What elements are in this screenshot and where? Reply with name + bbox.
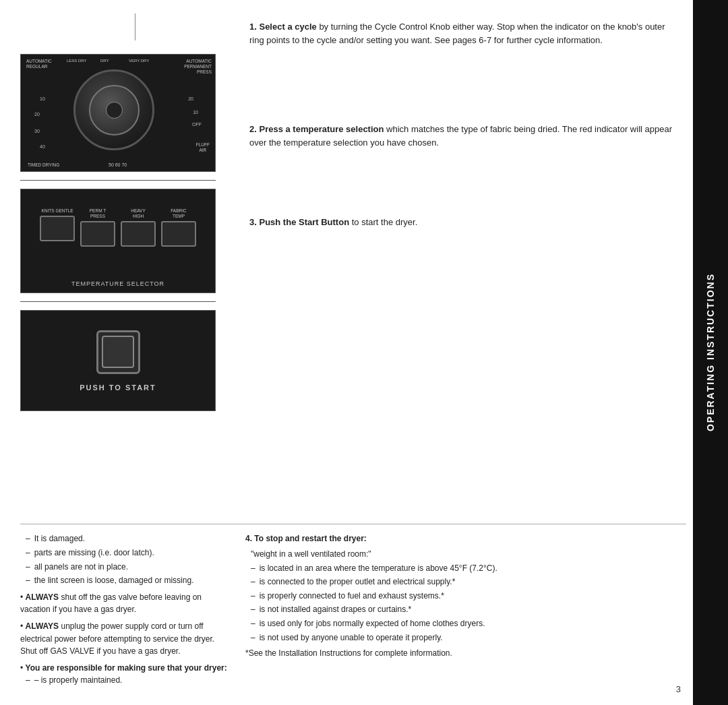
step-4-bold: 4. To stop and restart the dryer: bbox=[245, 534, 367, 543]
sidebar-text: OPERATING INSTRUCTIONS bbox=[705, 273, 716, 431]
knob-num-10-left: 10 bbox=[40, 96, 45, 101]
step4-text-0: "weight in a well ventilated room:" bbox=[251, 548, 371, 561]
dash-icon-2: – bbox=[26, 547, 30, 559]
knob-num-20-left: 20 bbox=[34, 112, 40, 117]
always-bold-2: ALWAYS bbox=[26, 621, 59, 631]
dash-icon-4: – bbox=[26, 574, 30, 587]
bullet-always-2: • ALWAYS unplug the power supply cord or… bbox=[20, 620, 229, 658]
step4-text-2: is connected to the proper outlet and el… bbox=[260, 576, 456, 588]
knob-label-very-dry: VERY DRY bbox=[129, 59, 149, 63]
dash-icon-1: – bbox=[26, 532, 30, 545]
step-2-body: 2. Press a temperature selection which m… bbox=[249, 123, 679, 150]
temp-selector-diagram: KNITS GENTLE PERM TPRESS HEAVYHIGH FABRI… bbox=[20, 189, 216, 293]
heavy-button bbox=[121, 221, 156, 247]
dash-maintained: – – is properly maintained. bbox=[20, 674, 229, 687]
dash-panels: – all panels are not in place. bbox=[20, 561, 229, 574]
step-2-number: 2. Press a temperature selection bbox=[249, 124, 384, 134]
step-3: 3. Push the Start Button to start the dr… bbox=[249, 216, 679, 229]
knob-outer bbox=[73, 69, 154, 150]
knob-label-timed: TIMED DRYING bbox=[28, 162, 59, 167]
bottom-left: – It is damaged. – parts are missing (i.… bbox=[20, 532, 229, 688]
dash-step4-5: – bbox=[251, 617, 255, 630]
dash-step4-6: – bbox=[251, 632, 255, 644]
perm-label: PERM TPRESS bbox=[90, 208, 106, 219]
temp-button-knits: KNITS GENTLE bbox=[40, 208, 75, 247]
knits-label: KNITS GENTLE bbox=[42, 208, 73, 214]
bottom-section: – It is damaged. – parts are missing (i.… bbox=[20, 524, 686, 688]
knob-num-off: OFF bbox=[192, 122, 202, 127]
step4-item-5: – is used only for jobs normally expecte… bbox=[245, 617, 686, 630]
knob-num-40: 40 bbox=[40, 144, 45, 149]
sidebar: OPERATING INSTRUCTIONS bbox=[693, 0, 728, 705]
temp-selector-label: TEMPERATURE SELECTOR bbox=[71, 280, 164, 287]
step-4-title: 4. To stop and restart the dryer: bbox=[245, 532, 686, 545]
push-to-start-diagram: PUSH TO START bbox=[20, 310, 216, 411]
dash-damaged: – It is damaged. bbox=[20, 532, 229, 545]
dash-panels-text: all panels are not in place. bbox=[34, 561, 128, 574]
step-1: 1. Select a cycle by turning the Cycle C… bbox=[249, 20, 679, 47]
perm-button bbox=[80, 221, 115, 247]
dash-parts-text: parts are missing (i.e. door latch). bbox=[34, 547, 154, 559]
step4-item-3: – is properly connected to fuel and exha… bbox=[245, 590, 686, 603]
step-3-title-rest: to start the dryer. bbox=[352, 217, 418, 227]
decorative-line bbox=[135, 13, 135, 40]
temp-buttons-row: KNITS GENTLE PERM TPRESS HEAVYHIGH FABRI… bbox=[40, 208, 196, 247]
knob-diagram: AUTOMATICREGULAR LESS DRY DRY VERY DRY A… bbox=[20, 54, 216, 172]
knob-num-10-right: 10 bbox=[193, 110, 198, 115]
step4-item-6: – is not used by anyone unable to operat… bbox=[245, 632, 686, 644]
knob-label-permanent: AUTOMATICPERMANENTPRESS bbox=[184, 59, 212, 74]
knob-num-20-right: 20 bbox=[188, 96, 193, 101]
knob-label-regular: AUTOMATICREGULAR bbox=[26, 59, 52, 69]
dash-icon-maintained: – bbox=[26, 674, 30, 687]
step4-item-1: – is located in an area where the temper… bbox=[245, 562, 686, 575]
dash-lint: – the lint screen is loose, damaged or m… bbox=[20, 574, 229, 587]
bullet-always-1: • ALWAYS shut off the gas valve before l… bbox=[20, 591, 229, 616]
dash-parts: – parts are missing (i.e. door latch). bbox=[20, 547, 229, 559]
knits-button bbox=[40, 216, 75, 241]
heavy-label: HEAVYHIGH bbox=[131, 208, 146, 219]
step4-text-3: is properly connected to fuel and exhaus… bbox=[260, 590, 444, 603]
step-2-title-bold: Press a temperature selection bbox=[259, 124, 384, 134]
step4-text-6: is not used by anyone unable to operate … bbox=[260, 632, 443, 644]
start-button-outer bbox=[96, 330, 140, 374]
start-button-inner bbox=[102, 336, 134, 368]
step4-item-4: – is not installed against drapes or cur… bbox=[245, 603, 686, 616]
divider-1 bbox=[20, 180, 216, 181]
divider-2 bbox=[20, 301, 216, 302]
step-3-body: 3. Push the Start Button to start the dr… bbox=[249, 216, 679, 229]
push-to-start-label: PUSH TO START bbox=[80, 384, 156, 392]
step4-footnote-text: *See the Installation Instructions for c… bbox=[245, 648, 452, 658]
step4-item-2: – is connected to the proper outlet and … bbox=[245, 576, 686, 588]
step4-text-4: is not installed against drapes or curta… bbox=[260, 603, 411, 616]
step-2: 2. Press a temperature selection which m… bbox=[249, 123, 679, 150]
temp-button-fabric: FABRICTEMP bbox=[161, 208, 196, 247]
dash-maintained-text: – is properly maintained. bbox=[34, 674, 123, 687]
temp-button-perm: PERM TPRESS bbox=[80, 208, 115, 247]
fabric-label: FABRICTEMP bbox=[171, 208, 186, 219]
step-1-number: 1. Select a cycle bbox=[249, 22, 317, 32]
knob-numbers-bottom: 50 60 70 bbox=[109, 162, 127, 167]
step4-footnote: *See the Installation Instructions for c… bbox=[245, 647, 686, 660]
step-1-body: 1. Select a cycle by turning the Cycle C… bbox=[249, 20, 679, 47]
knob-num-30: 30 bbox=[34, 129, 40, 133]
step-3-title-bold: Push the Start Button bbox=[259, 217, 349, 227]
dash-step4-4: – bbox=[251, 603, 255, 616]
fabric-button bbox=[161, 221, 196, 247]
dash-step4-2: – bbox=[251, 576, 255, 588]
step4-text-1: is located in an area where the temperat… bbox=[260, 562, 497, 575]
dash-step4-3: – bbox=[251, 590, 255, 603]
step-1-title-bold: Select a cycle bbox=[259, 22, 316, 32]
page-number: 3 bbox=[676, 684, 681, 694]
bottom-right: 4. To stop and restart the dryer: "weigh… bbox=[245, 532, 686, 688]
dash-damaged-text: It is damaged. bbox=[34, 532, 85, 545]
step-3-number: 3. Push the Start Button bbox=[249, 217, 349, 227]
temp-button-heavy: HEAVYHIGH bbox=[121, 208, 156, 247]
knob-label-less-dry: LESS DRY bbox=[67, 59, 87, 63]
always-bold-1: ALWAYS bbox=[26, 592, 59, 602]
step4-text-5: is used only for jobs normally expected … bbox=[260, 617, 485, 630]
dash-icon-3: – bbox=[26, 561, 30, 574]
knob-label-dry: DRY bbox=[100, 59, 109, 63]
bullet-responsible: • You are responsible for making sure th… bbox=[20, 662, 229, 675]
dash-lint-text: the lint screen is loose, damaged or mis… bbox=[34, 574, 194, 587]
responsible-bold: You are responsible for making sure that… bbox=[26, 663, 227, 673]
